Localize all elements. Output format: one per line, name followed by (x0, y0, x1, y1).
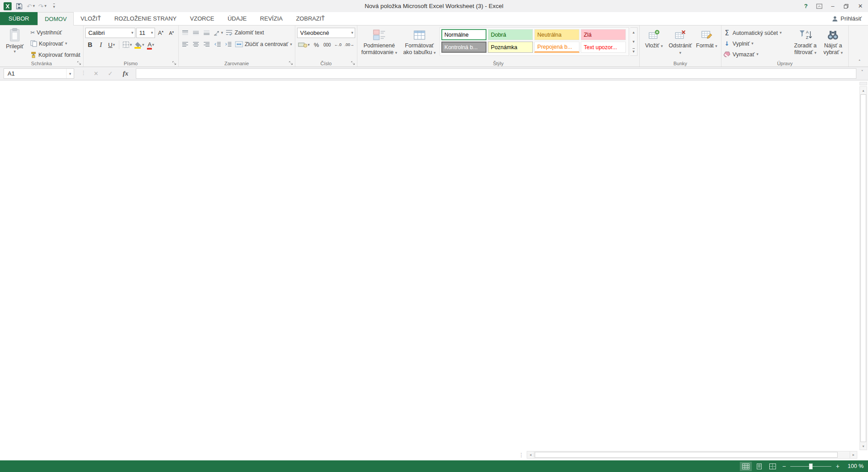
vertical-split-handle[interactable] (860, 82, 867, 85)
tab-insert[interactable]: VLOŽIŤ (74, 12, 108, 25)
format-cells-button[interactable]: Formát ▾ (694, 27, 719, 56)
alignment-dialog-launcher[interactable] (288, 60, 294, 66)
fill-color-button[interactable]: ▾ (134, 40, 145, 50)
scroll-right-button[interactable]: ▸ (850, 451, 857, 459)
tab-view[interactable]: ZOBRAZIŤ (289, 12, 331, 25)
help-button[interactable]: ? (799, 0, 813, 12)
delete-cells-button[interactable]: Odstrániť ▾ (668, 27, 693, 56)
bold-button[interactable]: B (85, 40, 95, 50)
percent-style-button[interactable]: % (311, 40, 321, 50)
font-dialog-launcher[interactable] (172, 60, 177, 66)
scroll-up-button[interactable]: ▴ (860, 87, 867, 94)
save-button[interactable] (15, 1, 24, 11)
close-button[interactable]: ✕ (853, 0, 868, 12)
align-right-button[interactable] (202, 39, 212, 49)
align-bottom-button[interactable] (202, 28, 212, 38)
scroll-down-button[interactable]: ▾ (860, 442, 867, 450)
minimize-button[interactable]: – (826, 0, 839, 12)
zoom-level[interactable]: 100 % (843, 463, 864, 469)
wrap-text-button[interactable]: Zalomiť text (225, 28, 265, 38)
tab-file[interactable]: SÚBOR (0, 12, 38, 25)
copy-button[interactable]: Kopírovať ▾ (29, 39, 81, 48)
customize-quick-access-button[interactable]: ▾ (50, 1, 59, 11)
normal-view-button[interactable] (740, 462, 752, 471)
autosum-button[interactable]: Σ Automatický súčet ▾ (723, 28, 791, 38)
gallery-scroll-up-button[interactable]: ▴ (630, 28, 637, 37)
insert-cells-button[interactable]: Vložiť ▾ (642, 27, 667, 56)
number-format-select[interactable]: Všeobecné ▾ (297, 28, 355, 38)
format-painter-button[interactable]: Kopírovať formát (29, 50, 81, 59)
cell-style-warning-text[interactable]: Text upozor... (581, 42, 626, 53)
formula-enter-button[interactable]: ✓ (104, 68, 117, 79)
maximize-button[interactable] (839, 0, 853, 12)
font-family-select[interactable]: Calibri ▾ (85, 28, 135, 38)
increase-indent-button[interactable] (223, 39, 233, 49)
format-as-table-button[interactable]: Formátovať ako tabuľku ▾ (401, 27, 438, 56)
tab-data[interactable]: ÚDAJE (221, 12, 253, 25)
page-layout-view-button[interactable] (753, 462, 765, 471)
clear-button[interactable]: Vymazať ▾ (723, 50, 791, 59)
conditional-formatting-button[interactable]: Podmienené formátovanie ▾ (359, 27, 399, 56)
align-left-button[interactable] (180, 39, 190, 49)
ribbon-display-options-button[interactable] (813, 0, 826, 12)
find-select-button[interactable]: Nájsť a vybrať ▾ (820, 27, 847, 59)
formula-cancel-button[interactable]: ✕ (89, 68, 103, 79)
zoom-in-button[interactable]: + (834, 463, 842, 470)
cut-button[interactable]: ✂ Vystrihnúť (29, 28, 81, 37)
tab-home[interactable]: DOMOV (38, 12, 74, 25)
horizontal-scrollbar[interactable]: ⋮ ◂ ▸ (516, 451, 857, 459)
merge-center-button[interactable]: Zlúčiť a centrovať ▾ (234, 40, 293, 49)
redo-button[interactable]: ↷ ▾ (38, 1, 47, 11)
decrease-indent-button[interactable] (213, 39, 222, 49)
undo-button[interactable]: ↶ ▾ (26, 1, 35, 11)
increase-font-size-button[interactable]: A▴ (156, 28, 166, 38)
comma-style-button[interactable]: 000 (322, 40, 332, 50)
sign-in-button[interactable]: Prihlásiť (832, 12, 868, 25)
zoom-out-button[interactable]: − (780, 463, 788, 470)
tab-split-handle[interactable]: ⋮ (516, 452, 527, 458)
decrease-decimal-button[interactable]: .00→ (344, 40, 355, 50)
zoom-slider[interactable] (790, 463, 831, 470)
name-box[interactable]: A1 ▾ (4, 68, 74, 79)
borders-button[interactable]: ▾ (122, 40, 133, 50)
decrease-font-size-button[interactable]: A▾ (167, 28, 176, 38)
insert-function-button[interactable]: fx (118, 68, 133, 79)
collapse-ribbon-button[interactable]: ˄ (855, 58, 864, 65)
cell-style-bad[interactable]: Zlá (581, 29, 626, 40)
number-dialog-launcher[interactable] (350, 60, 356, 66)
sort-filter-button[interactable]: AZ Zoradiť a filtrovať ▾ (791, 27, 820, 59)
horizontal-scroll-track[interactable] (534, 451, 850, 459)
cell-style-good[interactable]: Dobrá (488, 29, 533, 40)
cell-style-note[interactable]: Poznámka (488, 42, 533, 53)
font-color-button[interactable]: A ▾ (146, 40, 156, 50)
vertical-scrollbar[interactable]: ▴ ▾ (860, 86, 867, 450)
align-center-button[interactable] (191, 39, 201, 49)
align-top-button[interactable] (180, 28, 190, 38)
zoom-slider-thumb[interactable] (809, 464, 813, 469)
cell-style-check-cell[interactable]: Kontrolná b... (441, 42, 486, 53)
italic-button[interactable]: I (96, 40, 106, 50)
page-break-view-button[interactable] (767, 462, 779, 471)
scroll-left-button[interactable]: ◂ (527, 451, 534, 459)
horizontal-scroll-thumb[interactable] (535, 452, 838, 458)
tab-page-layout[interactable]: ROZLOŽENIE STRANY (108, 12, 183, 25)
tab-formulas[interactable]: VZORCE (183, 12, 221, 25)
worksheet-area[interactable] (0, 81, 859, 460)
accounting-format-button[interactable]: ▾ (297, 40, 311, 50)
paste-button[interactable]: Prilepiť ▾ (2, 27, 28, 59)
vertical-scroll-thumb[interactable] (860, 94, 866, 442)
increase-decimal-button[interactable]: ←.0 (333, 40, 343, 50)
gallery-scroll-down-button[interactable]: ▾ (630, 37, 637, 46)
cell-style-normal[interactable]: Normálne (441, 29, 486, 40)
gallery-more-button[interactable]: ▾ (630, 46, 637, 55)
formula-bar-splitter[interactable]: ⋮ (81, 70, 86, 76)
cell-style-neutral[interactable]: Neutrálna (534, 29, 579, 40)
tab-review[interactable]: REVÍZIA (253, 12, 289, 25)
font-size-select[interactable]: 11 ▾ (136, 28, 155, 38)
formula-input[interactable] (136, 68, 856, 79)
expand-formula-bar-button[interactable]: ˅ (858, 70, 867, 75)
fill-button[interactable]: ↓ Vyplniť ▾ (723, 39, 791, 48)
underline-button[interactable]: U ▾ (107, 40, 117, 50)
align-middle-button[interactable] (191, 28, 201, 38)
orientation-button[interactable]: ab ▾ (213, 28, 224, 38)
